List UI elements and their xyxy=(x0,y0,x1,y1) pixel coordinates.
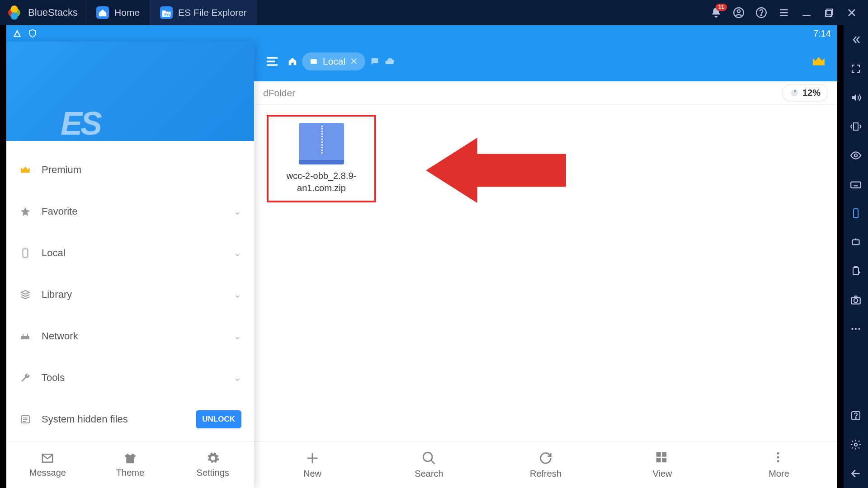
svg-point-19 xyxy=(423,452,432,461)
home-icon[interactable] xyxy=(288,56,297,66)
envelope-icon xyxy=(41,451,54,465)
sidebar-bottom-nav: Message Theme Settings xyxy=(6,441,254,488)
phone-icon xyxy=(19,248,32,258)
svg-rect-31 xyxy=(853,267,859,275)
button-label: Theme xyxy=(116,468,144,478)
notification-badge: 11 xyxy=(716,4,727,11)
button-label: More xyxy=(769,469,789,479)
file-item[interactable]: wcc-2-obb_2.8.9-an1.com.zip xyxy=(267,115,376,202)
minimize-icon[interactable] xyxy=(800,6,813,19)
clipboard-icon[interactable] xyxy=(849,265,862,277)
svg-rect-12 xyxy=(826,10,831,16)
svg-rect-22 xyxy=(656,458,661,462)
left-gutter xyxy=(0,25,6,488)
brand-label: BlueStacks xyxy=(28,7,78,19)
keyboard-icon[interactable] xyxy=(849,178,862,191)
svg-point-34 xyxy=(851,328,853,330)
button-label: Message xyxy=(29,468,66,478)
chat-icon[interactable] xyxy=(370,56,380,66)
unlock-button[interactable]: UNLOCK xyxy=(196,410,241,428)
toolbar-view-button[interactable]: View xyxy=(604,441,721,488)
storage-pct-label: 12% xyxy=(802,88,821,98)
wrench-icon xyxy=(19,372,32,383)
svg-rect-14 xyxy=(21,336,29,339)
bluestacks-titlebar: BlueStacks Home ES ES File Explorer 11 xyxy=(0,0,868,25)
sidebar-item-favorite[interactable]: Favorite ⌄ xyxy=(6,191,254,232)
shield-icon xyxy=(28,29,37,38)
bluestacks-logo-icon xyxy=(5,3,24,22)
gamepad-icon[interactable] xyxy=(849,236,862,249)
svg-marker-18 xyxy=(426,138,566,203)
sidebar-item-label: Network xyxy=(42,330,78,342)
svg-point-10 xyxy=(761,14,762,15)
sidebar-item-network[interactable]: Network ⌄ xyxy=(6,315,254,357)
premium-crown-icon[interactable] xyxy=(811,54,826,69)
rotate-icon[interactable] xyxy=(849,207,862,220)
back-arrow-icon[interactable] xyxy=(849,467,862,480)
cloud-icon[interactable] xyxy=(384,56,395,67)
right-gutter xyxy=(837,25,844,488)
sidebar-item-tools[interactable]: Tools ⌄ xyxy=(6,357,254,399)
star-icon xyxy=(19,206,32,217)
warning-icon xyxy=(13,29,22,38)
tab-home[interactable]: Home xyxy=(86,0,150,25)
button-label: Search xyxy=(415,469,443,479)
close-chip-icon[interactable]: ✕ xyxy=(350,56,358,67)
sidebar-item-library[interactable]: Library ⌄ xyxy=(6,274,254,315)
fullscreen-icon[interactable] xyxy=(849,62,862,75)
sidebar-item-label: Library xyxy=(42,289,72,300)
more-horiz-icon[interactable] xyxy=(849,323,862,335)
help-icon[interactable] xyxy=(755,6,768,19)
button-label: New xyxy=(303,469,321,479)
sidebar-item-label: System hidden files xyxy=(42,413,128,425)
path-chip-local[interactable]: Local ✕ xyxy=(302,52,365,70)
sidebar-theme-button[interactable]: Theme xyxy=(89,441,172,488)
collapse-toolbar-icon[interactable] xyxy=(849,33,862,46)
chevron-down-icon: ⌄ xyxy=(233,372,241,384)
chevron-down-icon: ⌄ xyxy=(233,289,241,300)
maximize-icon[interactable] xyxy=(823,6,835,19)
storage-pill[interactable]: 12% xyxy=(782,84,828,101)
es-app-icon: ES xyxy=(160,6,173,19)
svg-point-8 xyxy=(737,10,741,13)
titlebar-controls: 11 xyxy=(710,6,868,19)
svg-point-35 xyxy=(855,328,857,330)
router-icon xyxy=(19,331,32,342)
pie-icon xyxy=(790,89,799,98)
hamburger-icon[interactable] xyxy=(265,54,279,69)
sidebar-item-label: Local xyxy=(42,247,66,259)
svg-point-26 xyxy=(777,460,779,462)
tab-es-file-explorer[interactable]: ES ES File Explorer xyxy=(150,0,257,25)
sidebar-item-label: Premium xyxy=(42,164,81,176)
svg-rect-28 xyxy=(851,182,861,188)
menu-icon[interactable] xyxy=(778,6,790,19)
file-grid: wcc-2-obb_2.8.9-an1.com.zip xyxy=(254,105,837,441)
sidebar-settings-button[interactable]: Settings xyxy=(171,441,254,488)
sidebar-message-button[interactable]: Message xyxy=(6,441,89,488)
shake-icon[interactable] xyxy=(849,120,862,133)
grid-icon xyxy=(655,450,670,466)
help-square-icon[interactable] xyxy=(849,409,862,422)
button-label: Refresh xyxy=(530,469,561,479)
main-panel: Local ✕ dFolder 12% xyxy=(254,42,837,488)
toolbar-refresh-button[interactable]: Refresh xyxy=(487,441,604,488)
account-icon[interactable] xyxy=(732,6,745,19)
sidebar-item-hidden-files[interactable]: System hidden files UNLOCK xyxy=(6,399,254,440)
tab-label: ES File Explorer xyxy=(178,7,247,18)
sidebar-item-local[interactable]: Local ⌄ xyxy=(6,232,254,274)
toolbar-new-button[interactable]: New xyxy=(254,441,371,488)
plus-icon xyxy=(305,450,320,466)
eye-icon[interactable] xyxy=(849,149,862,162)
close-icon[interactable] xyxy=(845,6,858,19)
svg-rect-29 xyxy=(854,209,858,218)
toolbar-more-button[interactable]: More xyxy=(721,441,837,488)
toolbar-search-button[interactable]: Search xyxy=(371,441,487,488)
breadcrumb: Local ✕ xyxy=(288,52,395,70)
path-fragment: dFolder xyxy=(263,88,295,99)
android-screen: 7:14 ES Premium Favorite ⌄ xyxy=(6,25,837,488)
notifications-icon[interactable]: 11 xyxy=(710,6,722,19)
volume-icon[interactable] xyxy=(849,91,862,104)
sidebar-item-premium[interactable]: Premium xyxy=(6,149,254,191)
camera-icon[interactable] xyxy=(849,294,862,306)
settings-gear-icon[interactable] xyxy=(849,438,862,451)
